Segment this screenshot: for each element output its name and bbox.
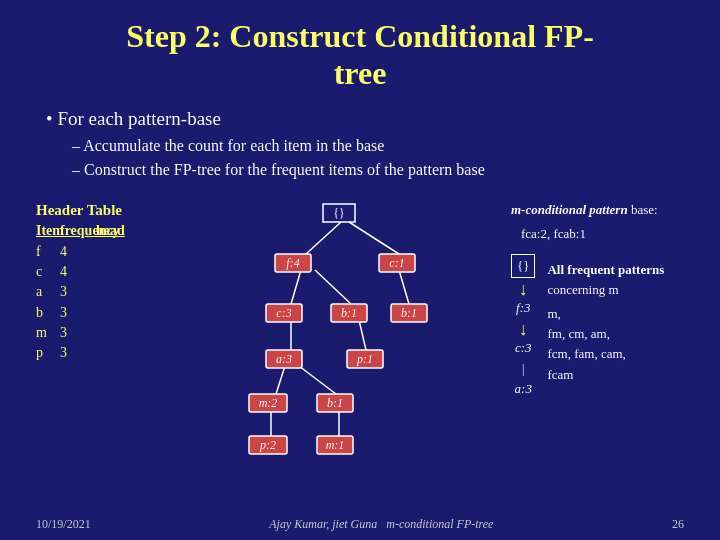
pattern-fcam: fcam (547, 365, 664, 385)
svg-line-2 (291, 270, 301, 304)
tree-svg: {} f:4 c:1 c:3 b:1 b:1 a:3 (181, 200, 501, 465)
item-c: c (36, 262, 52, 282)
bullet-sub2: – Construct the FP-tree for the frequent… (72, 158, 684, 182)
table-row: m 3 (36, 323, 176, 343)
right-a3: a:3 (515, 379, 532, 399)
footer-center: Ajay Kumar, jiet Guna m-conditional FP-t… (269, 517, 493, 532)
footer-page: 26 (672, 517, 684, 532)
item-a: a (36, 282, 52, 302)
svg-line-8 (299, 366, 336, 394)
header-table: Header Table Item frequency head f 4 c 4… (36, 200, 176, 364)
svg-line-6 (359, 320, 366, 350)
svg-line-0 (306, 222, 341, 254)
right-panel: m-conditional pattern base: fca:2, fcab:… (511, 200, 664, 399)
svg-line-4 (399, 270, 409, 304)
svg-text:m:1: m:1 (326, 438, 345, 452)
pattern-fm: fm, cm, am, (547, 324, 664, 344)
freq-f: 4 (60, 242, 88, 262)
header-table-columns: Item frequency head (36, 221, 176, 241)
freq-p: 3 (60, 343, 88, 363)
base-label: base: (631, 202, 658, 217)
right-arrow1: ↓ (519, 280, 528, 298)
right-f3: f:3 (516, 298, 530, 318)
item-m: m (36, 323, 52, 343)
svg-line-7 (276, 366, 285, 394)
freq-a: 3 (60, 282, 88, 302)
svg-text:c:1: c:1 (389, 256, 404, 270)
footer-date: 10/19/2021 (36, 517, 91, 532)
item-f: f (36, 242, 52, 262)
pattern-list: m, fm, cm, am, fcm, fam, cam, fcam (547, 304, 664, 385)
bullet-sub1: – Accumulate the count for each item in … (72, 134, 684, 158)
svg-text:p:2: p:2 (259, 438, 276, 452)
svg-line-3 (315, 270, 351, 304)
item-p: p (36, 343, 52, 363)
pattern-m: m, (547, 304, 664, 324)
table-row: f 4 (36, 242, 176, 262)
svg-text:b:1: b:1 (341, 306, 357, 320)
freq-c: 4 (60, 262, 88, 282)
title-line1: Step 2: Construct Conditional FP- (36, 18, 684, 55)
freq-m: 3 (60, 323, 88, 343)
table-row: c 4 (36, 262, 176, 282)
svg-text:p:1: p:1 (356, 352, 373, 366)
content-area: Header Table Item frequency head f 4 c 4… (36, 200, 684, 410)
col-head: head (96, 221, 124, 241)
svg-text:a:3: a:3 (276, 352, 292, 366)
svg-text:c:3: c:3 (276, 306, 291, 320)
right-c3: c:3 (515, 338, 532, 358)
svg-text:m:2: m:2 (259, 396, 278, 410)
title-line2: tree (36, 55, 684, 92)
svg-text:b:1: b:1 (401, 306, 417, 320)
cond-pattern-title: m-conditional pattern (511, 202, 628, 217)
pattern-fcm: fcm, fam, cam, (547, 344, 664, 364)
right-arrow2: ↓ (519, 320, 528, 338)
footer: 10/19/2021 Ajay Kumar, jiet Guna m-condi… (0, 517, 720, 532)
concerning-m: concerning m (547, 280, 664, 300)
table-row: p 3 (36, 343, 176, 363)
right-root-symbol: {} (511, 254, 535, 278)
table-row: a 3 (36, 282, 176, 302)
svg-text:b:1: b:1 (327, 396, 343, 410)
header-table-title: Header Table (36, 200, 176, 222)
slide-title: Step 2: Construct Conditional FP- tree (36, 18, 684, 92)
svg-line-1 (349, 222, 399, 254)
table-row: b 3 (36, 303, 176, 323)
all-freq-label: All frequent patterns (547, 260, 664, 280)
freq-b: 3 (60, 303, 88, 323)
svg-text:{}: {} (333, 206, 345, 220)
fp-tree-diagram: {} f:4 c:1 c:3 b:1 b:1 a:3 (181, 200, 501, 410)
col-freq: frequency (60, 221, 88, 241)
bullet-main: • For each pattern-base (46, 108, 684, 130)
base-value: fca:2, fcab:1 (521, 224, 664, 244)
slide: Step 2: Construct Conditional FP- tree •… (0, 0, 720, 540)
svg-text:f:4: f:4 (286, 256, 299, 270)
item-b: b (36, 303, 52, 323)
col-item: Item (36, 221, 52, 241)
